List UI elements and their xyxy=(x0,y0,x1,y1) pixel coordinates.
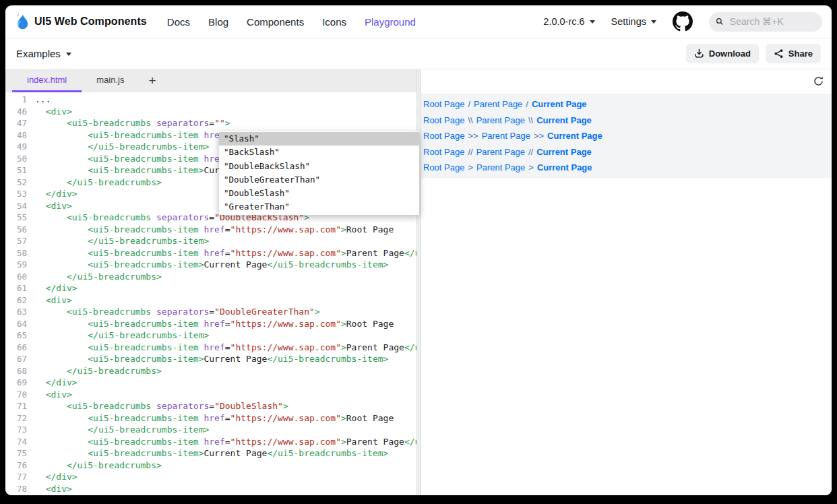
code-text: <ui5-breadcrumbs-item href="https://www.… xyxy=(27,318,394,330)
line-number: 67 xyxy=(5,353,27,365)
code-line: 63 <ui5-breadcrumbs separators="DoubleGr… xyxy=(5,306,416,318)
line-number: 64 xyxy=(5,318,27,330)
preview-panel: Root Page/Parent Page/Current PageRoot P… xyxy=(421,69,832,495)
breadcrumb-link[interactable]: Parent Page xyxy=(476,115,525,125)
code-text: <div> xyxy=(27,294,72,307)
nav-link-icons[interactable]: Icons xyxy=(322,16,346,28)
settings-label: Settings xyxy=(611,16,646,27)
settings-menu[interactable]: Settings xyxy=(611,16,656,27)
line-number: 63 xyxy=(5,306,27,318)
line-number: 72 xyxy=(5,412,27,424)
code-text: <ui5-breadcrumbs-item>Current Page</ui5-… xyxy=(27,259,388,271)
breadcrumb-link[interactable]: Parent Page xyxy=(476,147,525,157)
code-text: <ui5-breadcrumbs-item href="https://www.… xyxy=(27,342,416,354)
nav-link-components[interactable]: Components xyxy=(247,16,304,28)
line-number: 54 xyxy=(5,200,27,212)
breadcrumb-current: Current Page xyxy=(532,99,587,109)
search-input[interactable] xyxy=(728,15,815,28)
version-menu[interactable]: 2.0.0-rc.6 xyxy=(543,16,594,27)
breadcrumb-link[interactable]: Root Page xyxy=(423,162,464,172)
code-text: <ui5-breadcrumbs-item href="https://www.… xyxy=(27,224,394,236)
nav-link-blog[interactable]: Blog xyxy=(208,16,228,28)
code-text: <ui5-breadcrumbs-item>Current Page</ui5-… xyxy=(27,447,388,460)
nav-links: DocsBlogComponentsIconsPlayground xyxy=(167,16,416,28)
chevron-down-icon xyxy=(66,53,71,59)
code-text: <ui5-breadcrumbs separators=""> xyxy=(27,117,230,129)
share-icon xyxy=(774,49,784,59)
github-link[interactable] xyxy=(673,11,693,32)
breadcrumb-separator: >> xyxy=(468,131,478,141)
code-line: 72 <ui5-breadcrumbs-item href="https://w… xyxy=(5,412,416,424)
code-text: <ui5-breadcrumbs-item href="https://www.… xyxy=(27,247,416,259)
code-line: 77 </div> xyxy=(5,471,416,483)
breadcrumb-link[interactable]: Parent Page xyxy=(476,162,525,172)
new-tab-button[interactable]: + xyxy=(139,69,165,92)
code-text: </div> xyxy=(27,282,78,294)
breadcrumb-separator: / xyxy=(526,99,528,109)
breadcrumb-separator: \\ xyxy=(528,115,533,125)
search-box[interactable] xyxy=(709,12,822,32)
line-number: 60 xyxy=(5,271,27,283)
code-line: 69 </div> xyxy=(5,377,416,389)
code-line: 46 <div> xyxy=(5,106,416,118)
nav-link-docs[interactable]: Docs xyxy=(167,16,190,28)
code-text: </ui5-breadcrumbs> xyxy=(27,365,162,377)
breadcrumb-separator: / xyxy=(468,99,470,109)
workspace: index.htmlmain.js+ 1...46 <div>47 <ui5-b… xyxy=(5,69,832,495)
breadcrumb-link[interactable]: Root Page xyxy=(423,115,464,125)
share-button[interactable]: Share xyxy=(766,44,821,63)
autocomplete-item[interactable]: "Slash" xyxy=(219,132,419,146)
breadcrumb-separator: // xyxy=(468,147,472,157)
download-icon xyxy=(694,49,704,59)
tab-index-html[interactable]: index.html xyxy=(12,69,82,92)
line-number: 58 xyxy=(5,247,27,259)
code-text: <ui5-breadcrumbs-item>Current Page</ui5-… xyxy=(27,353,388,365)
code-text: </ui5-breadcrumbs-item> xyxy=(27,235,209,247)
line-number: 76 xyxy=(5,460,27,472)
autocomplete-item[interactable]: "DoubleBackSlash" xyxy=(219,160,419,173)
refresh-button[interactable] xyxy=(813,75,824,87)
code-line: 59 <ui5-breadcrumbs-item>Current Page</u… xyxy=(5,259,416,271)
code-line: 76 </ui5-breadcrumbs> xyxy=(5,460,416,472)
breadcrumb-link[interactable]: Root Page xyxy=(423,131,464,141)
breadcrumb-current: Current Page xyxy=(536,115,592,125)
autocomplete-item[interactable]: "GreaterThan" xyxy=(219,200,419,214)
line-number: 66 xyxy=(5,342,27,354)
github-icon xyxy=(673,11,693,32)
code-line: 78 <div> xyxy=(5,483,416,495)
nav-link-playground[interactable]: Playground xyxy=(365,16,416,28)
autocomplete-item[interactable]: "BackSlash" xyxy=(219,146,419,159)
autocomplete-item[interactable]: "DoubleSlash" xyxy=(219,187,419,200)
breadcrumb-link[interactable]: Parent Page xyxy=(482,131,530,141)
breadcrumb-link[interactable]: Root Page xyxy=(423,99,464,109)
breadcrumb-row: Root Page//Parent Page//Current Page xyxy=(423,144,832,160)
code-text: </ui5-breadcrumbs-item> xyxy=(27,424,209,436)
code-line: 62 <div> xyxy=(5,294,416,307)
code-text: </div> xyxy=(27,188,78,200)
code-text: </ui5-breadcrumbs> xyxy=(27,177,162,189)
autocomplete-item[interactable]: "DoubleGreaterThan" xyxy=(219,173,419,187)
brand[interactable]: UI5 Web Components xyxy=(15,13,147,30)
line-number: 69 xyxy=(5,377,27,389)
code-text: </div> xyxy=(27,377,78,389)
breadcrumb-current: Current Page xyxy=(537,162,592,172)
download-button[interactable]: Download xyxy=(686,44,759,63)
line-number: 49 xyxy=(5,141,27,153)
code-line: 47 <ui5-breadcrumbs separators=""> xyxy=(5,117,416,129)
chevron-down-icon xyxy=(651,20,656,26)
breadcrumb-link[interactable]: Parent Page xyxy=(474,99,522,109)
brand-title: UI5 Web Components xyxy=(34,15,147,28)
examples-menu[interactable]: Examples xyxy=(16,48,71,59)
download-label: Download xyxy=(709,49,751,59)
tab-main-js[interactable]: main.js xyxy=(82,69,139,92)
code-line: 1... xyxy=(5,94,416,106)
breadcrumb-separator: > xyxy=(468,162,473,172)
refresh-icon xyxy=(813,75,824,87)
breadcrumb-separator: > xyxy=(528,162,534,172)
line-number: 47 xyxy=(5,117,27,129)
code-line: 71 <ui5-breadcrumbs separators="DoubleSl… xyxy=(5,400,416,412)
line-number: 73 xyxy=(5,424,27,436)
code-text: </ui5-breadcrumbs> xyxy=(27,460,162,472)
line-number: 52 xyxy=(5,177,27,189)
breadcrumb-link[interactable]: Root Page xyxy=(423,147,464,157)
